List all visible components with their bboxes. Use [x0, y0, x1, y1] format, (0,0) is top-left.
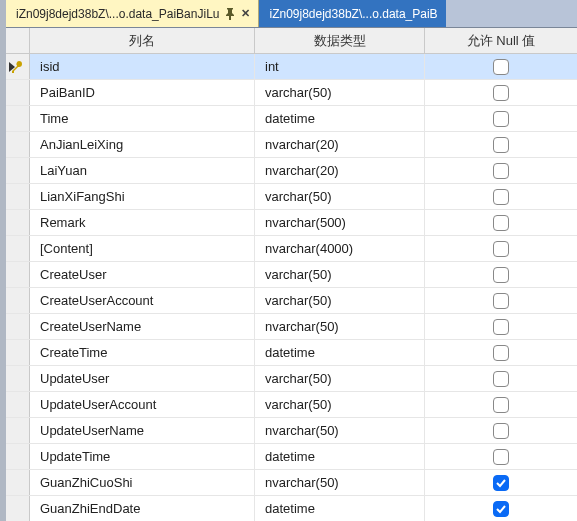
row-gutter[interactable] — [6, 80, 30, 105]
cell-data-type[interactable]: datetime — [255, 496, 425, 521]
tab-inactive[interactable]: iZn09j8dejd38bZ\...o.data_PaiB — [259, 0, 445, 27]
cell-data-type[interactable]: nvarchar(50) — [255, 314, 425, 339]
tab-bar: iZn09j8dejd38bZ\...o.data_PaiBanJiLu ✕ i… — [6, 0, 577, 28]
cell-data-type[interactable]: nvarchar(50) — [255, 418, 425, 443]
table-row[interactable]: LianXiFangShivarchar(50) — [6, 184, 577, 210]
row-gutter[interactable] — [6, 262, 30, 287]
cell-column-name[interactable]: Remark — [30, 210, 255, 235]
cell-column-name[interactable]: isid — [30, 54, 255, 79]
table-row[interactable]: GuanZhiCuoShinvarchar(50) — [6, 470, 577, 496]
cell-data-type[interactable]: varchar(50) — [255, 184, 425, 209]
allow-null-checkbox[interactable] — [493, 475, 509, 491]
cell-column-name[interactable]: UpdateUserAccount — [30, 392, 255, 417]
table-row[interactable]: CreateUserAccountvarchar(50) — [6, 288, 577, 314]
cell-data-type[interactable]: nvarchar(500) — [255, 210, 425, 235]
row-gutter[interactable] — [6, 470, 30, 495]
row-gutter[interactable] — [6, 444, 30, 469]
cell-data-type[interactable]: varchar(50) — [255, 366, 425, 391]
cell-data-type[interactable]: nvarchar(4000) — [255, 236, 425, 261]
cell-column-name[interactable]: CreateUserName — [30, 314, 255, 339]
allow-null-checkbox[interactable] — [493, 501, 509, 517]
allow-null-checkbox[interactable] — [493, 111, 509, 127]
cell-column-name[interactable]: GuanZhiEndDate — [30, 496, 255, 521]
cell-data-type[interactable]: datetime — [255, 444, 425, 469]
allow-null-checkbox[interactable] — [493, 397, 509, 413]
tab-active[interactable]: iZn09j8dejd38bZ\...o.data_PaiBanJiLu ✕ — [6, 0, 259, 27]
cell-column-name[interactable]: PaiBanID — [30, 80, 255, 105]
table-row[interactable]: UpdateUservarchar(50) — [6, 366, 577, 392]
cell-data-type[interactable]: datetime — [255, 340, 425, 365]
cell-data-type[interactable]: nvarchar(20) — [255, 132, 425, 157]
row-gutter[interactable] — [6, 288, 30, 313]
table-row[interactable]: LaiYuannvarchar(20) — [6, 158, 577, 184]
cell-allow-null — [425, 444, 577, 469]
row-gutter[interactable] — [6, 496, 30, 521]
allow-null-checkbox[interactable] — [493, 319, 509, 335]
allow-null-checkbox[interactable] — [493, 449, 509, 465]
cell-data-type[interactable]: nvarchar(50) — [255, 470, 425, 495]
cell-allow-null — [425, 262, 577, 287]
table-row[interactable]: UpdateTimedatetime — [6, 444, 577, 470]
table-row[interactable]: isidint — [6, 54, 577, 80]
allow-null-checkbox[interactable] — [493, 371, 509, 387]
table-row[interactable]: Remarknvarchar(500) — [6, 210, 577, 236]
pin-icon[interactable] — [225, 8, 235, 20]
cell-column-name[interactable]: LaiYuan — [30, 158, 255, 183]
row-gutter[interactable] — [6, 54, 30, 79]
row-gutter[interactable] — [6, 184, 30, 209]
row-gutter[interactable] — [6, 392, 30, 417]
cell-column-name[interactable]: LianXiFangShi — [30, 184, 255, 209]
cell-column-name[interactable]: CreateUserAccount — [30, 288, 255, 313]
allow-null-checkbox[interactable] — [493, 293, 509, 309]
cell-data-type[interactable]: varchar(50) — [255, 392, 425, 417]
allow-null-checkbox[interactable] — [493, 267, 509, 283]
row-gutter[interactable] — [6, 158, 30, 183]
row-gutter[interactable] — [6, 210, 30, 235]
row-gutter[interactable] — [6, 106, 30, 131]
allow-null-checkbox[interactable] — [493, 423, 509, 439]
allow-null-checkbox[interactable] — [493, 59, 509, 75]
allow-null-checkbox[interactable] — [493, 241, 509, 257]
row-gutter[interactable] — [6, 340, 30, 365]
cell-column-name[interactable]: UpdateUserName — [30, 418, 255, 443]
cell-data-type[interactable]: nvarchar(20) — [255, 158, 425, 183]
cell-data-type[interactable]: int — [255, 54, 425, 79]
table-row[interactable]: Timedatetime — [6, 106, 577, 132]
cell-column-name[interactable]: CreateTime — [30, 340, 255, 365]
cell-column-name[interactable]: AnJianLeiXing — [30, 132, 255, 157]
header-column-name[interactable]: 列名 — [30, 28, 255, 53]
row-gutter[interactable] — [6, 418, 30, 443]
table-row[interactable]: UpdateUserNamenvarchar(50) — [6, 418, 577, 444]
row-gutter[interactable] — [6, 314, 30, 339]
cell-column-name[interactable]: CreateUser — [30, 262, 255, 287]
allow-null-checkbox[interactable] — [493, 137, 509, 153]
cell-column-name[interactable]: UpdateUser — [30, 366, 255, 391]
row-gutter[interactable] — [6, 366, 30, 391]
row-gutter[interactable] — [6, 236, 30, 261]
allow-null-checkbox[interactable] — [493, 345, 509, 361]
table-row[interactable]: CreateUservarchar(50) — [6, 262, 577, 288]
allow-null-checkbox[interactable] — [493, 163, 509, 179]
cell-column-name[interactable]: GuanZhiCuoShi — [30, 470, 255, 495]
row-gutter[interactable] — [6, 132, 30, 157]
cell-data-type[interactable]: varchar(50) — [255, 80, 425, 105]
cell-column-name[interactable]: UpdateTime — [30, 444, 255, 469]
header-data-type[interactable]: 数据类型 — [255, 28, 425, 53]
close-icon[interactable]: ✕ — [241, 7, 250, 20]
table-row[interactable]: CreateUserNamenvarchar(50) — [6, 314, 577, 340]
cell-data-type[interactable]: varchar(50) — [255, 262, 425, 287]
cell-data-type[interactable]: varchar(50) — [255, 288, 425, 313]
cell-data-type[interactable]: datetime — [255, 106, 425, 131]
allow-null-checkbox[interactable] — [493, 85, 509, 101]
table-row[interactable]: UpdateUserAccountvarchar(50) — [6, 392, 577, 418]
table-row[interactable]: [Content]nvarchar(4000) — [6, 236, 577, 262]
allow-null-checkbox[interactable] — [493, 215, 509, 231]
table-row[interactable]: CreateTimedatetime — [6, 340, 577, 366]
table-row[interactable]: GuanZhiEndDatedatetime — [6, 496, 577, 521]
cell-column-name[interactable]: [Content] — [30, 236, 255, 261]
table-row[interactable]: AnJianLeiXingnvarchar(20) — [6, 132, 577, 158]
table-row[interactable]: PaiBanIDvarchar(50) — [6, 80, 577, 106]
cell-column-name[interactable]: Time — [30, 106, 255, 131]
allow-null-checkbox[interactable] — [493, 189, 509, 205]
header-allow-null[interactable]: 允许 Null 值 — [425, 28, 577, 53]
